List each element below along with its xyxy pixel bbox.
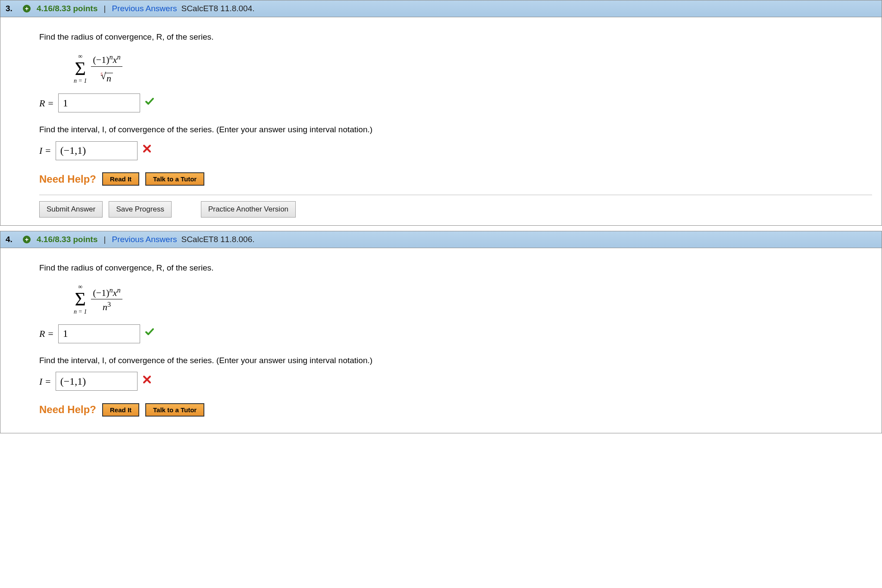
interval-answer-row: I = <box>39 372 872 391</box>
interval-input[interactable] <box>56 372 138 391</box>
source-reference: SCalcET8 11.8.004. <box>181 4 254 13</box>
question-body: Find the radius of convergence, R, of th… <box>0 248 882 433</box>
read-it-button[interactable]: Read It <box>102 403 139 417</box>
series-expression: ∞Σn = 1(−1)nxnn3 <box>74 278 872 315</box>
need-help-label: Need Help? <box>39 171 96 187</box>
series-expression: ∞Σn = 1(−1)nxn5√n <box>74 48 872 84</box>
check-icon <box>144 327 155 341</box>
question-body: Find the radius of convergence, R, of th… <box>0 17 882 225</box>
need-help-row: Need Help?Read ItTalk to a Tutor <box>39 171 872 187</box>
points-label: 4.16/8.33 points <box>37 235 98 244</box>
radius-label: R = <box>39 327 54 341</box>
submit-answer-button[interactable]: Submit Answer <box>39 201 103 218</box>
need-help-row: Need Help?Read ItTalk to a Tutor <box>39 402 872 417</box>
interval-label: I = <box>39 143 51 158</box>
talk-to-tutor-button[interactable]: Talk to a Tutor <box>145 403 204 417</box>
radius-input[interactable] <box>58 324 140 343</box>
question-number: 4. <box>6 235 19 244</box>
separator: | <box>104 235 106 244</box>
cross-icon <box>142 374 152 389</box>
need-help-label: Need Help? <box>39 402 96 417</box>
separator: | <box>104 4 106 13</box>
prompt-radius: Find the radius of convergence, R, of th… <box>39 262 872 274</box>
radius-answer-row: R = <box>39 324 872 343</box>
prompt-interval: Find the interval, I, of convergence of … <box>39 355 872 367</box>
prompt-radius: Find the radius of convergence, R, of th… <box>39 31 872 44</box>
radius-label: R = <box>39 96 54 110</box>
radius-input[interactable] <box>58 93 140 112</box>
points-label: 4.16/8.33 points <box>37 4 98 13</box>
question-header: 4.+4.16/8.33 points|Previous AnswersSCal… <box>0 231 882 248</box>
cross-icon <box>142 143 152 158</box>
question-header: 3.+4.16/8.33 points|Previous AnswersSCal… <box>0 0 882 17</box>
action-row: Submit AnswerSave ProgressPractice Anoth… <box>39 195 872 218</box>
talk-to-tutor-button[interactable]: Talk to a Tutor <box>145 172 204 186</box>
expand-icon[interactable]: + <box>23 236 31 243</box>
read-it-button[interactable]: Read It <box>102 172 139 186</box>
question-number: 3. <box>6 4 19 13</box>
source-reference: SCalcET8 11.8.006. <box>181 235 254 244</box>
interval-answer-row: I = <box>39 141 872 160</box>
question-block: 3.+4.16/8.33 points|Previous AnswersSCal… <box>0 0 882 226</box>
previous-answers-link[interactable]: Previous Answers <box>112 4 177 13</box>
expand-icon[interactable]: + <box>23 5 31 12</box>
prompt-interval: Find the interval, I, of convergence of … <box>39 124 872 136</box>
question-block: 4.+4.16/8.33 points|Previous AnswersSCal… <box>0 231 882 434</box>
practice-another-button[interactable]: Practice Another Version <box>201 201 296 218</box>
interval-input[interactable] <box>56 141 138 160</box>
interval-label: I = <box>39 374 51 389</box>
check-icon <box>144 96 155 110</box>
radius-answer-row: R = <box>39 93 872 112</box>
previous-answers-link[interactable]: Previous Answers <box>112 235 177 244</box>
save-progress-button[interactable]: Save Progress <box>109 201 172 218</box>
